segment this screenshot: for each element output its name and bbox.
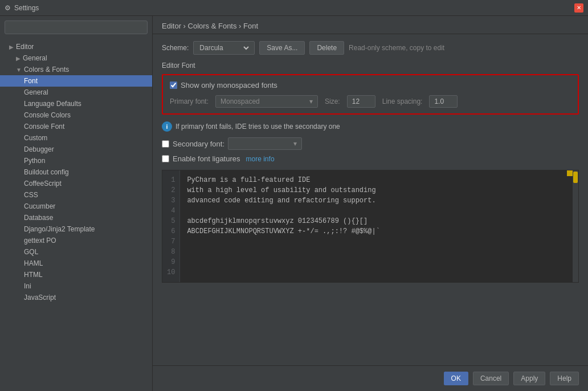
ligatures-more-info[interactable]: more info bbox=[246, 155, 275, 163]
sidebar-item-debugger[interactable]: Debugger bbox=[0, 144, 152, 155]
ligatures-label: Enable font ligatures bbox=[173, 154, 240, 163]
sidebar-item-console-font[interactable]: Console Font bbox=[0, 121, 152, 132]
colors-fonts-label: Colors & Fonts bbox=[24, 66, 69, 74]
ligatures-checkbox[interactable] bbox=[162, 155, 169, 162]
sidebar-item-cucumber[interactable]: Cucumber bbox=[0, 201, 152, 212]
sidebar-item-ini[interactable]: Ini bbox=[0, 280, 152, 292]
sidebar-item-custom[interactable]: Custom bbox=[0, 132, 152, 144]
settings-content: Scheme: Darcula Default High Contrast Sa… bbox=[153, 34, 588, 365]
help-button[interactable]: Help bbox=[550, 372, 579, 385]
python-label: Python bbox=[24, 157, 45, 165]
orange-marker bbox=[567, 170, 573, 176]
sidebar-item-python[interactable]: Python bbox=[0, 155, 152, 166]
sidebar-item-general2[interactable]: General bbox=[0, 87, 152, 98]
size-input[interactable] bbox=[347, 95, 375, 108]
code-preview: PyCharm is a full-featured IDE with a hi… bbox=[180, 170, 578, 282]
readonly-note: Read-only scheme, copy to edit bbox=[349, 44, 444, 52]
line-number: 4 bbox=[167, 206, 175, 216]
sidebar-item-editor[interactable]: ▶ Editor bbox=[0, 41, 152, 52]
line-number: 8 bbox=[167, 247, 175, 257]
language-defaults-label: Language Defaults bbox=[24, 100, 81, 108]
line-number: 5 bbox=[167, 216, 175, 226]
monospaced-checkbox[interactable] bbox=[170, 82, 177, 89]
sidebar-item-buildout[interactable]: Buildout config bbox=[0, 166, 152, 178]
editor-font-section-label: Editor Font bbox=[162, 62, 579, 70]
sidebar-item-console-colors[interactable]: Console Colors bbox=[0, 109, 152, 121]
line-spacing-input[interactable] bbox=[429, 95, 458, 108]
sidebar-tree: ▶ Editor ▶ General ▼ Colors & Fonts Font… bbox=[0, 39, 152, 391]
font-settings-box: Show only monospaced fonts Primary font:… bbox=[162, 74, 579, 115]
font-label: Font bbox=[24, 77, 38, 85]
content-area: Editor › Colors & Fonts › Font Scheme: D… bbox=[153, 16, 588, 391]
editor-label: Editor bbox=[16, 43, 34, 51]
sidebar-item-language-defaults[interactable]: Language Defaults bbox=[0, 98, 152, 109]
delete-button[interactable]: Delete bbox=[309, 41, 344, 55]
info-icon: i bbox=[162, 121, 172, 132]
save-as-button[interactable]: Save As... bbox=[259, 41, 305, 55]
preview-scrollbar[interactable] bbox=[573, 170, 578, 282]
console-font-label: Console Font bbox=[24, 123, 64, 131]
line-numbers: 1 2 3 4 5 6 7 8 9 10 bbox=[162, 170, 180, 282]
sidebar-item-gql[interactable]: GQL bbox=[0, 246, 152, 258]
primary-font-label: Primary font: bbox=[170, 97, 209, 105]
gettext-label: gettext PO bbox=[24, 237, 56, 245]
info-text: If primary font fails, IDE tries to use … bbox=[175, 123, 340, 131]
sidebar: ▶ Editor ▶ General ▼ Colors & Fonts Font… bbox=[0, 16, 153, 391]
sidebar-item-general[interactable]: ▶ General bbox=[0, 52, 152, 64]
javascript-label: JavaScript bbox=[24, 294, 56, 302]
cancel-button[interactable]: Cancel bbox=[473, 372, 509, 385]
line-number: 1 bbox=[167, 175, 175, 185]
secondary-font-checkbox[interactable] bbox=[162, 140, 169, 148]
close-button[interactable]: ✕ bbox=[574, 3, 583, 13]
general-label: General bbox=[23, 54, 47, 62]
search-input[interactable] bbox=[5, 21, 148, 34]
secondary-font-row: Secondary font: ▾ bbox=[162, 137, 579, 150]
monospaced-label: Show only monospaced fonts bbox=[181, 81, 277, 89]
console-colors-label: Console Colors bbox=[24, 111, 71, 119]
debugger-label: Debugger bbox=[24, 145, 54, 153]
info-row: i If primary font fails, IDE tries to us… bbox=[162, 121, 579, 132]
apply-button[interactable]: Apply bbox=[513, 372, 545, 385]
primary-font-dropdown[interactable]: Monospaced ▾ bbox=[215, 95, 318, 108]
sidebar-item-haml[interactable]: HAML bbox=[0, 258, 152, 269]
coffeescript-label: CoffeeScript bbox=[24, 180, 62, 188]
scheme-dropdown[interactable]: Darcula Default High Contrast bbox=[193, 41, 255, 55]
line-number: 2 bbox=[167, 185, 175, 196]
sidebar-item-html[interactable]: HTML bbox=[0, 269, 152, 280]
line-number: 10 bbox=[167, 267, 175, 278]
django-label: Django/Jinja2 Template bbox=[24, 225, 95, 233]
custom-label: Custom bbox=[24, 134, 47, 142]
cucumber-label: Cucumber bbox=[24, 202, 55, 210]
general2-label: General bbox=[24, 88, 48, 96]
ini-label: Ini bbox=[24, 282, 31, 290]
sidebar-item-font[interactable]: Font bbox=[0, 75, 152, 87]
haml-label: HAML bbox=[24, 259, 43, 267]
general-arrow: ▶ bbox=[16, 55, 21, 62]
html-label: HTML bbox=[24, 271, 43, 279]
title-bar-title: Settings bbox=[14, 4, 39, 12]
size-label: Size: bbox=[325, 97, 340, 105]
sidebar-item-gettext[interactable]: gettext PO bbox=[0, 235, 152, 246]
sidebar-item-database[interactable]: Database bbox=[0, 212, 152, 223]
ok-button[interactable]: OK bbox=[444, 372, 468, 385]
title-bar: ⚙ Settings ✕ bbox=[0, 0, 588, 16]
scheme-label: Scheme: bbox=[162, 44, 189, 52]
secondary-font-dropdown[interactable]: ▾ bbox=[228, 137, 302, 150]
secondary-font-chevron: ▾ bbox=[293, 140, 297, 148]
sidebar-item-css[interactable]: CSS bbox=[0, 189, 152, 201]
line-number: 6 bbox=[167, 226, 175, 237]
footer: OK Cancel Apply Help bbox=[153, 365, 588, 391]
database-label: Database bbox=[24, 214, 53, 222]
sidebar-item-colors-fonts[interactable]: ▼ Colors & Fonts bbox=[0, 64, 152, 75]
secondary-font-label: Secondary font: bbox=[173, 140, 224, 148]
editor-arrow: ▶ bbox=[9, 44, 14, 50]
sidebar-item-javascript[interactable]: JavaScript bbox=[0, 292, 152, 303]
sidebar-item-coffeescript[interactable]: CoffeeScript bbox=[0, 178, 152, 189]
css-label: CSS bbox=[24, 191, 38, 199]
colors-fonts-arrow: ▼ bbox=[16, 67, 22, 73]
main-container: ▶ Editor ▶ General ▼ Colors & Fonts Font… bbox=[0, 16, 588, 391]
sidebar-item-django[interactable]: Django/Jinja2 Template bbox=[0, 223, 152, 235]
scheme-select-input[interactable]: Darcula Default High Contrast bbox=[197, 43, 251, 52]
line-spacing-label: Line spacing: bbox=[382, 97, 423, 105]
primary-font-chevron: ▾ bbox=[309, 97, 313, 105]
